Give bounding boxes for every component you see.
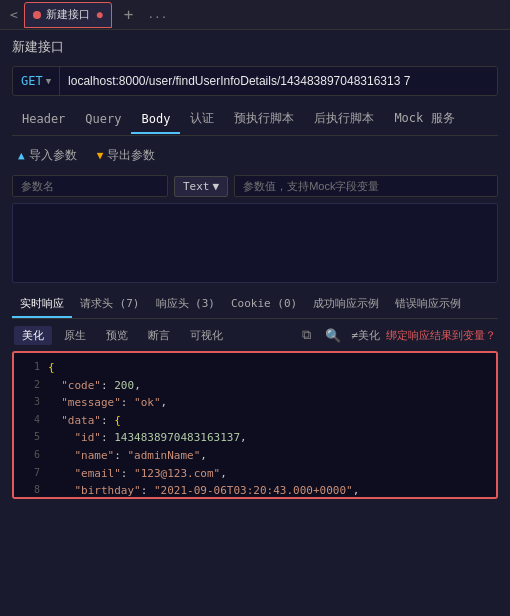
tab-error-example[interactable]: 错误响应示例 (387, 291, 469, 318)
json-line: 5 "id": 1434838970483163137, (22, 429, 488, 447)
beautify-btn[interactable]: 美化 (14, 326, 52, 345)
active-tab[interactable]: 新建接口 ● (24, 2, 112, 28)
tab-close-icon[interactable]: ● (97, 9, 103, 20)
tab-body[interactable]: Body (131, 106, 180, 134)
back-button[interactable]: < (4, 7, 24, 22)
tab-dot (33, 11, 41, 19)
json-line: 6 "name": "adminName", (22, 447, 488, 465)
json-line: 8 "birthday": "2021-09-06T03:20:43.000+0… (22, 482, 488, 499)
param-value-input[interactable] (234, 175, 498, 197)
tab-pre-script[interactable]: 预执行脚本 (224, 104, 304, 135)
param-row: Text ▼ (12, 175, 498, 197)
assert-btn[interactable]: 断言 (140, 326, 178, 345)
param-name-input[interactable] (12, 175, 168, 197)
tab-realtime-response[interactable]: 实时响应 (12, 291, 72, 318)
url-bar: GET ▼ (12, 66, 498, 96)
export-params-button[interactable]: ▼ 导出参数 (91, 144, 162, 167)
tab-auth[interactable]: 认证 (180, 104, 224, 135)
tab-success-example[interactable]: 成功响应示例 (305, 291, 387, 318)
tab-post-script[interactable]: 后执行脚本 (304, 104, 384, 135)
sub-toolbar-right: ⧉ 🔍 ≠美化 绑定响应结果到变量？ (298, 325, 496, 345)
json-line: 2 "code": 200, (22, 377, 488, 395)
tab-bar: < 新建接口 ● + ... (0, 0, 510, 30)
json-line: 3 "message": "ok", (22, 394, 488, 412)
import-label: 导入参数 (29, 147, 77, 164)
url-input[interactable] (60, 74, 497, 88)
response-area: 1 { 2 "code": 200, 3 "message": "ok", 4 … (12, 351, 498, 499)
text-type-button[interactable]: Text ▼ (174, 176, 228, 197)
main-content: 新建接口 GET ▼ Header Query Body 认证 预执行脚本 后执… (0, 30, 510, 507)
copy-icon[interactable]: ⧉ (298, 325, 315, 345)
json-line: 4 "data": { (22, 412, 488, 430)
tab-cookie[interactable]: Cookie (0) (223, 292, 305, 317)
beautify-label: ≠美化 (351, 328, 380, 343)
more-tabs-button[interactable]: ... (142, 8, 174, 21)
json-line: 1 { (22, 359, 488, 377)
preview-btn[interactable]: 预览 (98, 326, 136, 345)
raw-btn[interactable]: 原生 (56, 326, 94, 345)
bind-variable-link[interactable]: 绑定响应结果到变量？ (386, 328, 496, 343)
visual-btn[interactable]: 可视化 (182, 326, 231, 345)
tab-mock[interactable]: Mock 服务 (384, 104, 464, 135)
add-tab-button[interactable]: + (116, 0, 142, 30)
tab-request-headers[interactable]: 请求头 (7) (72, 291, 148, 318)
sub-toolbar: 美化 原生 预览 断言 可视化 ⧉ 🔍 ≠美化 绑定响应结果到变量？ (12, 325, 498, 345)
tab-response-headers[interactable]: 响应头 (3) (148, 291, 224, 318)
import-params-button[interactable]: ▲ 导入参数 (12, 144, 83, 167)
nav-tabs: Header Query Body 认证 预执行脚本 后执行脚本 Mock 服务 (12, 104, 498, 136)
body-actions: ▲ 导入参数 ▼ 导出参数 (12, 144, 498, 167)
tab-label: 新建接口 (46, 7, 90, 22)
tab-header[interactable]: Header (12, 106, 75, 134)
search-icon[interactable]: 🔍 (321, 326, 345, 345)
tab-query[interactable]: Query (75, 106, 131, 134)
chevron-down-icon: ▼ (46, 76, 51, 86)
bottom-tabs: 实时响应 请求头 (7) 响应头 (3) Cookie (0) 成功响应示例 错… (12, 291, 498, 319)
chevron-down-icon: ▼ (213, 180, 220, 193)
page-title: 新建接口 (12, 38, 498, 56)
export-label: 导出参数 (107, 147, 155, 164)
method-label: GET (21, 74, 43, 88)
body-empty-area (12, 203, 498, 283)
json-line: 7 "email": "123@123.com", (22, 465, 488, 483)
arrow-up-icon: ▲ (18, 149, 25, 162)
method-selector[interactable]: GET ▼ (13, 67, 60, 95)
arrow-down-icon: ▼ (97, 149, 104, 162)
text-type-label: Text (183, 180, 210, 193)
